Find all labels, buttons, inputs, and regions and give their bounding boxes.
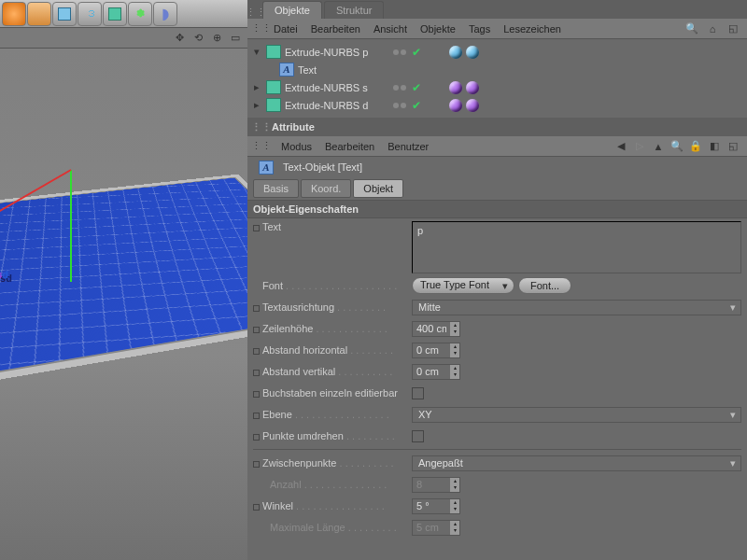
grip-icon[interactable]: ⋮⋮ [255,121,268,133]
label-interp: Zwischenpunkte . . . . . . . . . . [253,457,412,469]
label-align: Textausrichtung . . . . . . . . . [253,301,412,313]
nurbs-icon [266,98,281,112]
objects-menubar: ⋮⋮ Datei Bearbeiten Ansicht Objekte Tags… [247,19,747,39]
expand-icon[interactable]: ▾ [251,46,262,58]
text-textarea[interactable] [412,221,741,273]
attribute-menubar: ⋮⋮ Modus Bearbeiten Benutzer ◀ ▷ ▲ 🔍 🔒 ◧… [247,136,747,157]
text-preview: s d [0,273,12,284]
material-tag-icon[interactable] [466,81,479,94]
tool-nurbs-icon[interactable] [103,2,127,26]
tree-row-extrude-s[interactable]: ▸ Extrude-NURBS s ✔ [247,78,747,96]
tool-array-icon[interactable]: ✽ [128,2,152,26]
tree-item-label: Text [298,64,401,76]
spin-icon[interactable]: ▴▾ [450,499,459,513]
menu-edit[interactable]: Bearbeiten [325,141,374,152]
nurbs-icon [266,80,281,94]
text-icon: A [259,161,274,175]
search-icon[interactable]: 🔍 [685,22,698,35]
tab-basis[interactable]: Basis [253,179,299,198]
label-count: Anzahl . . . . . . . . . . . . . . . [253,479,412,490]
spin-icon[interactable]: ▴▾ [450,365,459,379]
move-icon[interactable]: ✥ [173,32,186,45]
expand-icon[interactable]: ▸ [251,81,262,93]
text-icon: A [279,63,294,77]
tab-objects[interactable]: Objekte [262,1,322,19]
spin-icon: ▴▾ [450,521,459,535]
spin-icon[interactable]: ▴▾ [450,343,459,357]
menu-bookmarks[interactable]: Lesezeichen [503,23,561,35]
font-browse-button[interactable]: Font... [518,277,571,294]
spin-icon: ▴▾ [450,478,459,492]
grip-icon[interactable]: ⋮⋮ [249,7,262,19]
tab-coord[interactable]: Koord. [301,179,351,198]
tree-row-extrude-p[interactable]: ▾ Extrude-NURBS p ✔ [247,43,747,61]
menu-mode[interactable]: Modus [281,141,312,152]
enabled-check-icon[interactable]: ✔ [412,99,421,112]
label-text: Text [253,221,412,232]
search-icon[interactable]: 🔍 [670,140,684,153]
label-editable: Buchstaben einzeln editierbar [253,387,412,399]
menu-view[interactable]: Ansicht [374,23,407,35]
tree-row-text[interactable]: A Text [261,61,747,78]
tab-object[interactable]: Objekt [353,179,403,198]
home-icon[interactable]: ⌂ [706,22,719,35]
menu-user[interactable]: Benutzer [388,141,429,152]
tab-structure[interactable]: Struktur [324,1,385,19]
font-type-combo[interactable]: True Type Font [412,277,514,294]
interp-dropdown[interactable]: Angepaßt [412,455,741,471]
plane-dropdown[interactable]: XY [412,407,741,423]
flip-checkbox[interactable] [412,430,424,442]
material-tag-icon[interactable] [449,46,462,59]
lock-icon[interactable]: 🔒 [689,140,702,153]
panel-menu-icon[interactable]: ⋮⋮ [255,22,268,35]
next-icon[interactable]: ▷ [633,140,646,153]
label-lineheight: Zeilenhöhe . . . . . . . . . . . . . [253,323,412,334]
property-tabs: Basis Koord. Objekt [247,177,747,200]
menu-edit[interactable]: Bearbeiten [311,23,360,35]
viewport-controls: ✥ ⟲ ⊕ ▭ [0,28,247,49]
tree-item-label: Extrude-NURBS s [285,82,388,93]
menu-objects[interactable]: Objekte [420,23,456,35]
material-tag-icon[interactable] [449,99,462,112]
popup-icon[interactable]: ◱ [726,22,740,35]
tool-animate-icon[interactable] [2,2,26,26]
selected-object-row: A Text-Objekt [Text] [247,157,747,177]
popup-icon[interactable]: ◱ [726,140,740,153]
menu-tags[interactable]: Tags [469,23,490,35]
tool-clapper-icon[interactable] [27,2,51,26]
label-flip: Punkte umdrehen . . . . . . . . . [253,430,412,441]
up-icon[interactable]: ▲ [652,140,665,153]
prev-icon[interactable]: ◀ [614,140,627,153]
label-maxlen: Maximale Länge . . . . . . . . . [253,522,412,533]
tool-cube-icon[interactable] [52,2,77,26]
main-toolbar: ဒ ✽ ◗ [0,0,247,28]
label-plane: Ebene . . . . . . . . . . . . . . . . . [253,409,412,420]
tool-deform-icon[interactable]: ◗ [153,2,177,26]
editable-checkbox[interactable] [412,387,424,399]
enabled-check-icon[interactable]: ✔ [412,81,421,94]
expand-icon[interactable]: ▸ [251,99,262,111]
label-font: Font . . . . . . . . . . . . . . . . . .… [253,280,412,291]
align-dropdown[interactable]: Mitte [412,300,741,315]
material-tag-icon[interactable] [449,81,462,94]
attribute-panel-header: ⋮⋮ Attribute [247,118,747,136]
tree-row-extrude-d[interactable]: ▸ Extrude-NURBS d ✔ [247,96,747,114]
selected-object-label: Text-Objekt [Text] [283,161,362,173]
material-tag-icon[interactable] [466,99,479,112]
zoom-icon[interactable]: ⊕ [210,32,223,45]
material-tag-icon[interactable] [466,46,479,59]
expand-icon[interactable]: ▭ [229,32,242,45]
tree-item-label: Extrude-NURBS d [285,100,388,111]
3d-viewport[interactable]: s d [0,49,247,560]
spin-icon[interactable]: ▴▾ [450,322,459,336]
enabled-check-icon[interactable]: ✔ [412,46,421,59]
menu-file[interactable]: Datei [274,23,298,35]
tree-item-label: Extrude-NURBS p [285,47,388,58]
nurbs-icon [266,45,281,59]
tool-spline-icon[interactable]: ဒ [78,2,102,26]
object-tree[interactable]: ▾ Extrude-NURBS p ✔ A Text ▸ Extrude-NUR… [247,39,747,118]
rotate-icon[interactable]: ⟲ [191,32,204,45]
new-icon[interactable]: ◧ [708,140,721,153]
panel-tabs: ⋮⋮ Objekte Struktur [247,0,747,19]
panel-menu-icon[interactable]: ⋮⋮ [255,140,268,153]
